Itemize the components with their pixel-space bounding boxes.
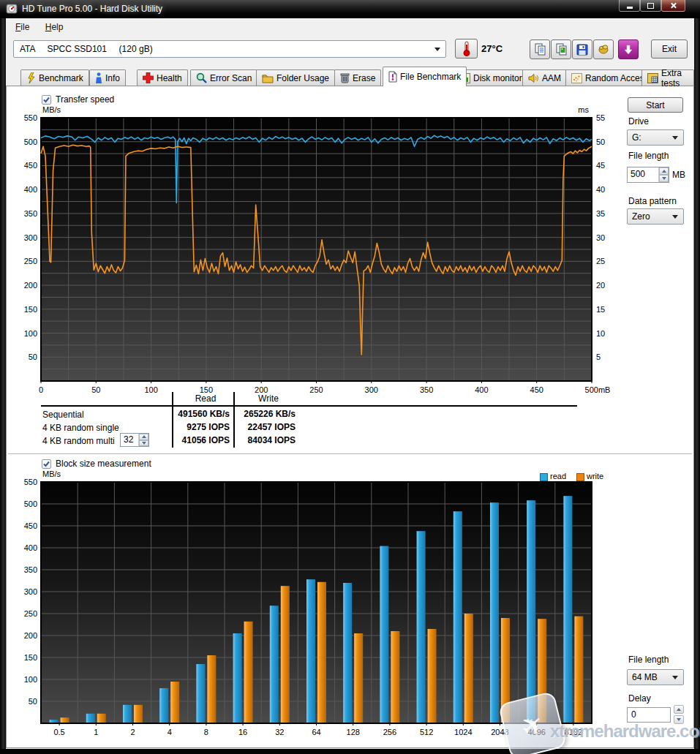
- svg-text:15: 15: [596, 305, 605, 314]
- window-border-right: [694, 18, 700, 749]
- transfer-speed-chart: 5505004504003503002502001501005055504540…: [7, 103, 616, 403]
- svg-text:250: 250: [24, 257, 37, 265]
- tab-extra-tests[interactable]: Extra tests: [641, 69, 694, 86]
- svg-text:500: 500: [24, 499, 37, 508]
- svg-text:16: 16: [238, 728, 247, 736]
- tab-benchmark[interactable]: Benchmark: [20, 69, 89, 86]
- hand-icon: [598, 43, 610, 56]
- results-header-write: Write: [238, 393, 299, 404]
- minimize-button[interactable]: [619, 0, 640, 12]
- folder-icon: [262, 73, 274, 83]
- svg-text:350: 350: [24, 209, 37, 218]
- svg-text:400: 400: [24, 185, 37, 194]
- data-pattern-label: Data pattern: [628, 196, 677, 206]
- file-length-spinner[interactable]: 500: [627, 167, 669, 183]
- svg-text:50: 50: [91, 385, 100, 394]
- svg-text:300: 300: [24, 587, 37, 596]
- watermark-text: xtremehardware.com: [550, 721, 700, 742]
- exit-button[interactable]: Exit: [651, 39, 688, 59]
- svg-text:500mB: 500mB: [585, 385, 611, 394]
- menu-help[interactable]: Help: [39, 19, 70, 35]
- svg-text:450: 450: [24, 161, 37, 170]
- svg-text:350: 350: [24, 565, 37, 574]
- result-read-value: 491560 KB/s: [176, 409, 230, 419]
- chevron-down-icon: [672, 215, 678, 219]
- tab-info[interactable]: Info: [89, 69, 126, 86]
- download-arrow-icon: [623, 45, 633, 55]
- magnifier-icon: [196, 72, 207, 83]
- result-row-label: 4 KB random single: [42, 423, 119, 433]
- close-button[interactable]: [661, 0, 685, 12]
- close-icon: [670, 2, 677, 9]
- tab-aam[interactable]: AAM: [522, 69, 567, 86]
- spin-down-icon[interactable]: [659, 175, 669, 182]
- tab-label: Health: [157, 73, 182, 83]
- extra-tests-icon: [647, 73, 658, 83]
- svg-text:2: 2: [130, 728, 135, 736]
- block-size-checkbox[interactable]: [42, 459, 51, 469]
- menu-file[interactable]: File: [9, 19, 36, 35]
- tab-erase[interactable]: Erase: [334, 69, 381, 86]
- svg-text:450: 450: [530, 385, 543, 394]
- temperature-button[interactable]: [455, 39, 478, 59]
- result-write-value: 265226 KB/s: [237, 409, 296, 419]
- window-border-left: [0, 18, 6, 749]
- tab-label: Disk monitor: [473, 73, 522, 83]
- delay-value: 0: [631, 709, 636, 720]
- download-button[interactable]: [618, 39, 639, 59]
- svg-text:MB/s: MB/s: [42, 470, 61, 478]
- info-icon: [95, 72, 102, 83]
- svg-text:40: 40: [596, 185, 605, 194]
- file-length-unit: MB: [672, 170, 685, 180]
- queue-depth-spinner[interactable]: 32: [120, 433, 149, 447]
- svg-text:500: 500: [24, 137, 37, 146]
- svg-text:25: 25: [596, 257, 605, 265]
- data-pattern-combobox[interactable]: Zero: [627, 208, 684, 225]
- drive-selector-combobox[interactable]: ATA SPCC SSD101 (120 gB): [13, 40, 446, 58]
- table-divider: [172, 392, 173, 448]
- drive-combobox[interactable]: G:: [627, 129, 684, 146]
- title-bar[interactable]: HD Tune Pro 5.00 - Hard Disk Utility: [0, 0, 700, 18]
- tab-file-benchmark[interactable]: File Benchmark: [383, 67, 467, 86]
- result-read-value: 9275 IOPS: [176, 422, 230, 432]
- spin-up-icon[interactable]: [674, 705, 684, 714]
- window-border-bottom: [0, 749, 700, 754]
- delay-input[interactable]: 0: [627, 707, 671, 723]
- tab-label: Random Access: [585, 73, 649, 83]
- start-button[interactable]: Start: [628, 97, 683, 113]
- svg-text:400: 400: [475, 385, 488, 394]
- tab-label: Erase: [353, 73, 375, 83]
- data-pattern-value: Zero: [628, 211, 672, 222]
- spin-up-icon[interactable]: [659, 167, 669, 175]
- svg-text:400: 400: [24, 543, 37, 552]
- speaker-icon: [528, 73, 539, 83]
- svg-text:45: 45: [596, 161, 605, 170]
- svg-text:20: 20: [596, 281, 605, 290]
- svg-text:150: 150: [24, 653, 37, 662]
- svg-text:0: 0: [39, 385, 43, 394]
- random-access-icon: [571, 73, 582, 83]
- tab-error-scan[interactable]: Error Scan: [190, 69, 257, 86]
- copy-image-button[interactable]: [551, 39, 571, 59]
- file-length-combobox[interactable]: 64 MB: [627, 669, 684, 685]
- svg-text:512: 512: [420, 728, 433, 736]
- svg-text:5: 5: [596, 353, 601, 361]
- svg-text:250: 250: [24, 609, 37, 618]
- maximize-button[interactable]: [640, 0, 661, 12]
- tab-folder-usage[interactable]: Folder Usage: [256, 69, 335, 86]
- svg-text:100: 100: [144, 385, 157, 394]
- trash-icon: [340, 72, 350, 83]
- options-button[interactable]: [593, 39, 614, 59]
- spin-down-icon[interactable]: [139, 440, 148, 447]
- tab-health[interactable]: Health: [137, 69, 188, 86]
- spin-up-icon[interactable]: [139, 434, 148, 440]
- table-divider: [233, 392, 235, 448]
- chevron-down-icon: [672, 676, 678, 679]
- svg-text:50: 50: [29, 353, 37, 361]
- svg-text:300: 300: [24, 233, 37, 242]
- svg-text:200: 200: [24, 281, 37, 290]
- file-benchmark-icon: [388, 71, 397, 83]
- copy-text-button[interactable]: [530, 39, 550, 59]
- save-button[interactable]: [572, 39, 592, 59]
- svg-text:256: 256: [383, 728, 396, 736]
